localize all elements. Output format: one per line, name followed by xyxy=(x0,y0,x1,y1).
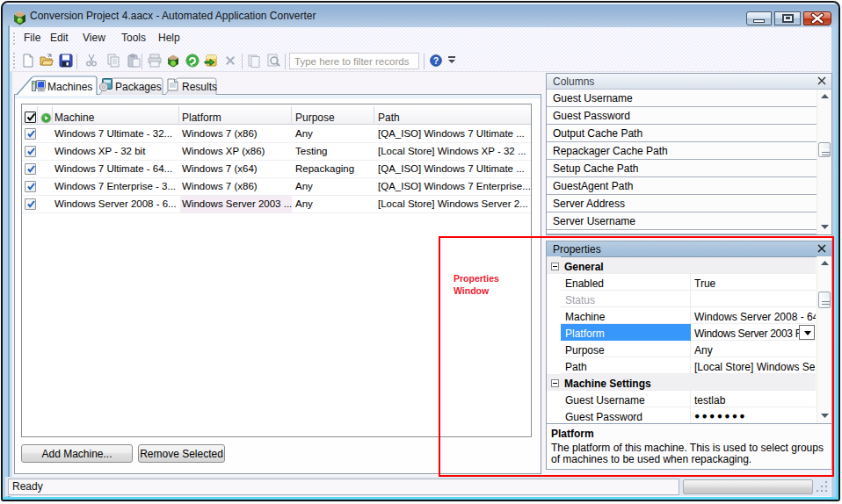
svg-text:?: ? xyxy=(433,56,439,66)
